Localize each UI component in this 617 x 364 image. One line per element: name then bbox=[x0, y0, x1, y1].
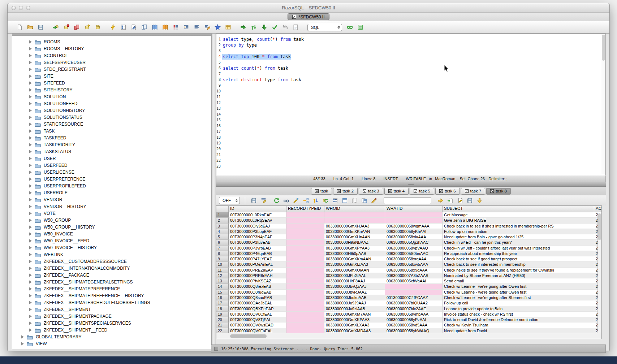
column-header-ac[interactable]: AC bbox=[594, 206, 602, 212]
result-tab-task-6[interactable]: task 6 bbox=[435, 188, 460, 195]
sidebar-item-userlicense[interactable]: USERLICENSE bbox=[12, 169, 211, 176]
cell-recordtypeid[interactable] bbox=[286, 262, 324, 267]
expand-arrow-icon[interactable] bbox=[29, 47, 32, 51]
sidebar-item-solutionhistory[interactable]: SOLUTIONHISTORY bbox=[12, 107, 211, 114]
cell-recordtypeid[interactable] bbox=[286, 268, 324, 273]
edit-table-icon[interactable] bbox=[130, 24, 137, 31]
cell-subject[interactable]: Check nexis to see if they've found a re… bbox=[443, 268, 594, 273]
edit-connection-icon[interactable] bbox=[84, 24, 90, 31]
sidebar-item-zkfedex-shipmategeneralsettings[interactable]: ZKFEDEX__SHIPMATEGENERALSETTINGS bbox=[12, 278, 211, 285]
expand-arrow-icon[interactable] bbox=[29, 191, 32, 195]
expand-arrow-icon[interactable] bbox=[29, 54, 32, 57]
cell-whatid[interactable]: 006300000058yKhAAI bbox=[385, 229, 443, 234]
cell-whoid[interactable]: 0033000000GmXKnAAN bbox=[324, 229, 385, 234]
expand-arrow-icon[interactable] bbox=[29, 198, 32, 202]
expand-arrow-icon[interactable] bbox=[29, 95, 32, 99]
result-tab-task-7[interactable]: task 7 bbox=[461, 188, 486, 195]
row-number[interactable]: 17 bbox=[216, 300, 229, 306]
table-row[interactable]: 100T3000000L0RknEAFGet Massage200 bbox=[216, 212, 601, 218]
code-line[interactable]: 22 bbox=[216, 158, 304, 164]
title-bar[interactable]: RazorSQL – SFDCW50 II bbox=[8, 3, 609, 13]
table-row[interactable]: 2100T3000000QV8wsEAD0033000000GmXLXAA300… bbox=[216, 322, 601, 328]
cell-subject[interactable]: Check w/ Leanne - we're going after Owen… bbox=[443, 284, 594, 289]
cell-whoid[interactable]: 0033000000Ju9zlAAB bbox=[324, 306, 385, 312]
sidebar-item-task[interactable]: TASK bbox=[12, 127, 211, 134]
cell-recordtypeid[interactable] bbox=[286, 312, 324, 317]
expand-arrow-icon[interactable] bbox=[29, 308, 32, 311]
code-line[interactable]: 18 bbox=[216, 135, 304, 140]
cell-whatid[interactable]: 006300000058yPzAAI bbox=[385, 317, 443, 322]
expand-arrow-icon[interactable] bbox=[29, 81, 32, 85]
sidebar-item-solution[interactable]: SOLUTION bbox=[12, 93, 211, 100]
code-line[interactable]: 6select count(*) from task bbox=[216, 65, 304, 71]
cell-whoid[interactable]: 0033000000GmXOiAAN bbox=[324, 268, 385, 273]
favorites-icon[interactable] bbox=[214, 24, 221, 31]
cell-whoid[interactable]: 0033000000GmXIZAA3 bbox=[324, 262, 385, 267]
grid-vscrollbar-thumb[interactable] bbox=[598, 213, 601, 240]
code-line[interactable]: 17 bbox=[216, 129, 304, 135]
filter-results-icon[interactable] bbox=[260, 197, 267, 204]
cell-recordtypeid[interactable] bbox=[286, 256, 324, 262]
sidebar-item-sitehistory[interactable]: SITEHISTORY bbox=[12, 86, 211, 93]
editor-scrollbar-thumb[interactable] bbox=[602, 35, 605, 61]
cell-whoid[interactable]: 0033000000GmXHnAAN bbox=[324, 234, 385, 240]
cell-subject[interactable]: Give Jenn a BIG RAISE bbox=[443, 218, 594, 223]
cell-subject[interactable]: Nominated by Shane Freeman at ANZ (HR50) bbox=[443, 273, 594, 278]
cell-id[interactable]: 00T3000000QV8wsEAD bbox=[229, 322, 286, 328]
code-line[interactable]: 8select distinct type from task bbox=[216, 77, 304, 83]
expand-arrow-icon[interactable] bbox=[29, 184, 32, 188]
row-number[interactable]: 7 bbox=[216, 246, 229, 251]
cell-whoid[interactable]: 0033000000JbvQzAAJ bbox=[324, 284, 385, 289]
cell-id[interactable]: 00T3000000L0RknEAF bbox=[229, 212, 286, 218]
table-row[interactable]: 1500T3000000Q8rugEAB0033000000JbvRJAAZCh… bbox=[216, 290, 601, 295]
cell-subject[interactable]: Invoice status check - check w/ RS first bbox=[443, 312, 594, 317]
cell-id[interactable]: 00T3000000P3N4pEAF bbox=[229, 234, 286, 240]
result-tab-task-5[interactable]: task 5 bbox=[410, 188, 434, 195]
database-icon[interactable] bbox=[94, 24, 101, 31]
sidebar-item-zkfedex-shipmentspecialservices[interactable]: ZKFEDEX__SHIPMENTSPECIALSERVICES bbox=[12, 320, 211, 326]
close-tab-icon[interactable] bbox=[490, 189, 494, 193]
cell-recordtypeid[interactable] bbox=[286, 246, 324, 251]
table-row[interactable]: 900T3000000P47LYEAZ0033000000GmXKmAAN006… bbox=[216, 256, 601, 262]
sql-docs-icon[interactable] bbox=[151, 24, 158, 31]
add-connection-icon[interactable] bbox=[63, 24, 69, 31]
result-tab-task[interactable]: task bbox=[311, 188, 332, 195]
sidebar-item-w50-group-history[interactable]: W50_GROUP__HISTORY bbox=[12, 224, 211, 230]
cell-whoid[interactable]: 0033000000HirF8AAJ bbox=[324, 278, 385, 284]
sidebar-item-scontrol[interactable]: SCONTROL bbox=[12, 52, 211, 59]
expand-arrow-icon[interactable] bbox=[29, 102, 32, 105]
result-tab-task-4[interactable]: task 4 bbox=[384, 188, 409, 195]
expand-arrow-icon[interactable] bbox=[29, 246, 32, 250]
sidebar-item-zkfedex-shipmatescheduledjobssettings[interactable]: ZKFEDEX__SHIPMATESCHEDULEDJOBSSETTINGS bbox=[12, 299, 211, 306]
table-row[interactable]: 2000T3000000QV8TjEAL0033000000GmXKPAA300… bbox=[216, 317, 601, 322]
cell-whatid[interactable]: 00630000007blc2AAE bbox=[385, 306, 443, 312]
table-row[interactable]: 1900T3000000QV8CfEAL0033000000GmXM7AAN00… bbox=[216, 312, 601, 317]
cell-subject[interactable]: Leanne to provide update to Bain bbox=[443, 306, 594, 312]
save-results-icon[interactable] bbox=[250, 197, 257, 204]
form-view-icon[interactable] bbox=[341, 197, 348, 204]
row-number[interactable]: 12 bbox=[216, 273, 229, 278]
cell-recordtypeid[interactable] bbox=[286, 322, 324, 328]
code-line[interactable]: 5 bbox=[216, 60, 304, 65]
sidebar-item-weblink[interactable]: WEBLINK bbox=[12, 251, 211, 258]
row-number[interactable]: 16 bbox=[216, 295, 229, 300]
column-header-whoid[interactable]: WHOID bbox=[324, 206, 385, 212]
close-tab-icon[interactable] bbox=[363, 189, 366, 193]
code-line[interactable]: 11 bbox=[216, 94, 304, 100]
cell-whatid[interactable]: 00630000005xfWaAAI bbox=[385, 278, 443, 284]
go-icon[interactable] bbox=[240, 24, 246, 31]
switch-connection-icon[interactable] bbox=[250, 24, 257, 31]
cell-whatid[interactable]: 006300000058xlaAAA bbox=[385, 234, 443, 240]
cell-whatid[interactable]: 00630000005QgzhAAC bbox=[385, 240, 443, 245]
expand-arrow-icon[interactable] bbox=[29, 232, 32, 236]
table-row[interactable]: 1100T3000000PREZaEAP0033000000GmXOiAAN00… bbox=[216, 268, 601, 273]
sidebar-item-staticresource[interactable]: STATICRESOURCE bbox=[12, 121, 211, 127]
cell-whoid[interactable]: 0033000000H9aNBAAZ bbox=[324, 240, 385, 245]
expand-arrow-icon[interactable] bbox=[29, 143, 32, 147]
cell-recordtypeid[interactable] bbox=[286, 251, 324, 256]
expand-arrow-icon[interactable] bbox=[29, 116, 32, 119]
code-line[interactable]: 14 bbox=[216, 112, 304, 117]
expand-arrow-icon[interactable] bbox=[29, 61, 32, 64]
cell-recordtypeid[interactable] bbox=[286, 284, 324, 289]
expand-arrow-icon[interactable] bbox=[29, 287, 32, 291]
